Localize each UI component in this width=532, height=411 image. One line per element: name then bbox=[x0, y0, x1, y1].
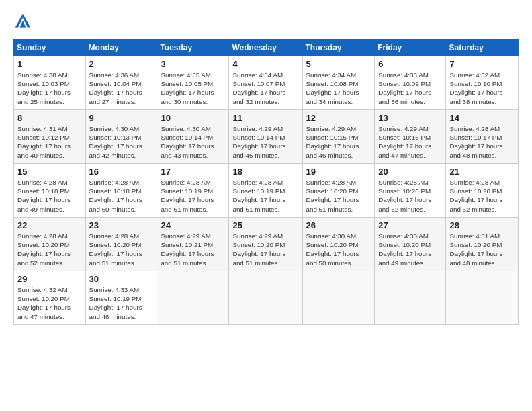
calendar-cell: 18Sunrise: 4:28 AM Sunset: 10:19 PM Dayl… bbox=[229, 164, 302, 218]
calendar-cell: 30Sunrise: 4:33 AM Sunset: 10:19 PM Dayl… bbox=[85, 271, 157, 325]
calendar-header-sunday: Sunday bbox=[14, 40, 86, 56]
calendar-cell: 11Sunrise: 4:29 AM Sunset: 10:14 PM Dayl… bbox=[229, 110, 302, 164]
calendar-cell: 7Sunrise: 4:32 AM Sunset: 10:10 PM Dayli… bbox=[446, 56, 519, 110]
day-info: Sunrise: 4:28 AM Sunset: 10:18 PM Daylig… bbox=[89, 178, 154, 214]
calendar-cell: 20Sunrise: 4:28 AM Sunset: 10:20 PM Dayl… bbox=[375, 164, 446, 218]
calendar-cell bbox=[446, 271, 519, 325]
day-info: Sunrise: 4:30 AM Sunset: 10:20 PM Daylig… bbox=[306, 232, 371, 267]
day-info: Sunrise: 4:29 AM Sunset: 10:15 PM Daylig… bbox=[306, 124, 371, 160]
day-info: Sunrise: 4:28 AM Sunset: 10:18 PM Daylig… bbox=[17, 178, 82, 214]
day-info: Sunrise: 4:28 AM Sunset: 10:19 PM Daylig… bbox=[161, 178, 225, 214]
calendar-cell: 2Sunrise: 4:36 AM Sunset: 10:04 PM Dayli… bbox=[85, 56, 157, 110]
calendar-cell: 15Sunrise: 4:28 AM Sunset: 10:18 PM Dayl… bbox=[14, 164, 86, 218]
day-number: 18 bbox=[232, 167, 298, 177]
day-info: Sunrise: 4:31 AM Sunset: 10:20 PM Daylig… bbox=[449, 232, 515, 267]
day-info: Sunrise: 4:31 AM Sunset: 10:12 PM Daylig… bbox=[17, 124, 82, 160]
day-info: Sunrise: 4:35 AM Sunset: 10:05 PM Daylig… bbox=[161, 71, 225, 106]
day-info: Sunrise: 4:36 AM Sunset: 10:04 PM Daylig… bbox=[89, 71, 154, 106]
day-number: 25 bbox=[232, 220, 298, 230]
day-info: Sunrise: 4:28 AM Sunset: 10:20 PM Daylig… bbox=[378, 178, 442, 214]
day-number: 28 bbox=[449, 220, 515, 230]
calendar-header-monday: Monday bbox=[85, 40, 157, 56]
day-info: Sunrise: 4:29 AM Sunset: 10:21 PM Daylig… bbox=[161, 232, 225, 267]
calendar-week-1: 1Sunrise: 4:38 AM Sunset: 10:03 PM Dayli… bbox=[14, 56, 519, 110]
day-info: Sunrise: 4:28 AM Sunset: 10:20 PM Daylig… bbox=[17, 232, 82, 267]
calendar-header-wednesday: Wednesday bbox=[229, 40, 302, 56]
day-info: Sunrise: 4:29 AM Sunset: 10:14 PM Daylig… bbox=[232, 124, 298, 160]
day-info: Sunrise: 4:29 AM Sunset: 10:20 PM Daylig… bbox=[232, 232, 298, 267]
day-info: Sunrise: 4:30 AM Sunset: 10:13 PM Daylig… bbox=[89, 124, 154, 160]
calendar-cell bbox=[157, 271, 229, 325]
day-number: 21 bbox=[449, 167, 515, 177]
day-number: 19 bbox=[306, 167, 371, 177]
day-number: 8 bbox=[17, 113, 82, 123]
day-info: Sunrise: 4:34 AM Sunset: 10:07 PM Daylig… bbox=[232, 71, 298, 106]
day-number: 12 bbox=[306, 113, 371, 123]
calendar-cell: 3Sunrise: 4:35 AM Sunset: 10:05 PM Dayli… bbox=[157, 56, 229, 110]
calendar-cell: 21Sunrise: 4:28 AM Sunset: 10:20 PM Dayl… bbox=[446, 164, 519, 218]
calendar-header-tuesday: Tuesday bbox=[157, 40, 229, 56]
day-number: 9 bbox=[89, 113, 154, 123]
calendar-cell: 27Sunrise: 4:30 AM Sunset: 10:20 PM Dayl… bbox=[375, 218, 446, 271]
day-info: Sunrise: 4:28 AM Sunset: 10:20 PM Daylig… bbox=[89, 232, 154, 267]
calendar-cell: 12Sunrise: 4:29 AM Sunset: 10:15 PM Dayl… bbox=[302, 110, 375, 164]
day-number: 23 bbox=[89, 220, 154, 230]
calendar-cell: 6Sunrise: 4:33 AM Sunset: 10:09 PM Dayli… bbox=[375, 56, 446, 110]
day-number: 2 bbox=[89, 59, 154, 69]
calendar-cell: 16Sunrise: 4:28 AM Sunset: 10:18 PM Dayl… bbox=[85, 164, 157, 218]
day-info: Sunrise: 4:34 AM Sunset: 10:08 PM Daylig… bbox=[306, 71, 371, 106]
calendar-week-3: 15Sunrise: 4:28 AM Sunset: 10:18 PM Dayl… bbox=[14, 164, 519, 218]
day-number: 13 bbox=[378, 113, 442, 123]
calendar-cell: 24Sunrise: 4:29 AM Sunset: 10:21 PM Dayl… bbox=[157, 218, 229, 271]
calendar-cell: 9Sunrise: 4:30 AM Sunset: 10:13 PM Dayli… bbox=[85, 110, 157, 164]
day-number: 4 bbox=[232, 59, 298, 69]
day-info: Sunrise: 4:28 AM Sunset: 10:19 PM Daylig… bbox=[232, 178, 298, 214]
day-number: 17 bbox=[161, 167, 225, 177]
day-number: 6 bbox=[378, 59, 442, 69]
calendar-cell: 29Sunrise: 4:32 AM Sunset: 10:20 PM Dayl… bbox=[14, 271, 86, 325]
calendar-header-saturday: Saturday bbox=[446, 40, 519, 56]
calendar-week-4: 22Sunrise: 4:28 AM Sunset: 10:20 PM Dayl… bbox=[14, 218, 519, 271]
calendar: SundayMondayTuesdayWednesdayThursdayFrid… bbox=[13, 39, 519, 325]
day-number: 30 bbox=[89, 274, 154, 284]
day-number: 5 bbox=[306, 59, 371, 69]
calendar-cell: 10Sunrise: 4:30 AM Sunset: 10:14 PM Dayl… bbox=[157, 110, 229, 164]
page: SundayMondayTuesdayWednesdayThursdayFrid… bbox=[0, 0, 532, 411]
day-number: 11 bbox=[232, 113, 298, 123]
calendar-cell: 4Sunrise: 4:34 AM Sunset: 10:07 PM Dayli… bbox=[229, 56, 302, 110]
day-info: Sunrise: 4:30 AM Sunset: 10:20 PM Daylig… bbox=[378, 232, 442, 267]
day-info: Sunrise: 4:28 AM Sunset: 10:17 PM Daylig… bbox=[449, 124, 515, 160]
calendar-cell: 17Sunrise: 4:28 AM Sunset: 10:19 PM Dayl… bbox=[157, 164, 229, 218]
calendar-week-5: 29Sunrise: 4:32 AM Sunset: 10:20 PM Dayl… bbox=[14, 271, 519, 325]
calendar-cell: 13Sunrise: 4:29 AM Sunset: 10:16 PM Dayl… bbox=[375, 110, 446, 164]
day-number: 7 bbox=[449, 59, 515, 69]
day-info: Sunrise: 4:32 AM Sunset: 10:20 PM Daylig… bbox=[17, 285, 82, 321]
calendar-week-2: 8Sunrise: 4:31 AM Sunset: 10:12 PM Dayli… bbox=[14, 110, 519, 164]
calendar-cell: 5Sunrise: 4:34 AM Sunset: 10:08 PM Dayli… bbox=[302, 56, 375, 110]
calendar-cell bbox=[229, 271, 302, 325]
day-number: 15 bbox=[17, 167, 82, 177]
day-info: Sunrise: 4:38 AM Sunset: 10:03 PM Daylig… bbox=[17, 71, 82, 106]
calendar-cell: 25Sunrise: 4:29 AM Sunset: 10:20 PM Dayl… bbox=[229, 218, 302, 271]
calendar-header-row: SundayMondayTuesdayWednesdayThursdayFrid… bbox=[14, 40, 519, 56]
calendar-cell: 1Sunrise: 4:38 AM Sunset: 10:03 PM Dayli… bbox=[14, 56, 86, 110]
day-info: Sunrise: 4:33 AM Sunset: 10:09 PM Daylig… bbox=[378, 71, 442, 106]
calendar-cell: 14Sunrise: 4:28 AM Sunset: 10:17 PM Dayl… bbox=[446, 110, 519, 164]
day-number: 26 bbox=[306, 220, 371, 230]
calendar-cell: 8Sunrise: 4:31 AM Sunset: 10:12 PM Dayli… bbox=[14, 110, 86, 164]
day-number: 16 bbox=[89, 167, 154, 177]
calendar-cell: 19Sunrise: 4:28 AM Sunset: 10:20 PM Dayl… bbox=[302, 164, 375, 218]
day-number: 1 bbox=[17, 59, 82, 69]
header bbox=[13, 12, 519, 31]
calendar-cell: 28Sunrise: 4:31 AM Sunset: 10:20 PM Dayl… bbox=[446, 218, 519, 271]
calendar-cell bbox=[375, 271, 446, 325]
day-info: Sunrise: 4:28 AM Sunset: 10:20 PM Daylig… bbox=[449, 178, 515, 214]
day-number: 27 bbox=[378, 220, 442, 230]
day-info: Sunrise: 4:28 AM Sunset: 10:20 PM Daylig… bbox=[306, 178, 371, 214]
calendar-header-friday: Friday bbox=[375, 40, 446, 56]
day-number: 22 bbox=[17, 220, 82, 230]
day-number: 24 bbox=[161, 220, 225, 230]
day-number: 10 bbox=[161, 113, 225, 123]
calendar-cell bbox=[302, 271, 375, 325]
day-number: 3 bbox=[161, 59, 225, 69]
